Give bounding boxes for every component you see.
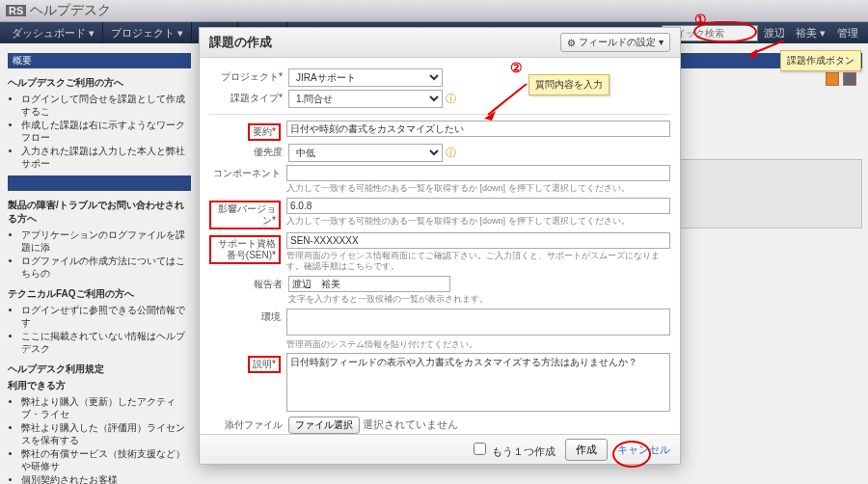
label-summary: 要約 xyxy=(253,126,272,137)
cancel-link[interactable]: キャンセル xyxy=(617,443,670,457)
label-component: コンポーネント xyxy=(213,168,281,178)
gear-icon: ⚙ xyxy=(567,38,576,48)
label-desc: 説明 xyxy=(253,359,272,369)
label-env: 環境 xyxy=(261,311,281,322)
label-type: 課題タイプ xyxy=(231,93,279,103)
label-sen: サポート資格番号(SEN) xyxy=(218,238,276,260)
hint: 管理画面のシステム情報を貼り付けてください。 xyxy=(286,339,670,351)
callout-2: ② xyxy=(510,60,523,75)
hint: 管理画面のライセンス情報画面にてご確認下さい。ご入力頂くと、サポートがスムーズに… xyxy=(286,251,670,273)
hint: 入力して一致する可能性のある一覧を取得するか [down] を押下して選択してく… xyxy=(286,216,670,228)
component-input[interactable] xyxy=(286,165,670,181)
summary-input[interactable] xyxy=(286,121,670,137)
submit-button[interactable]: 作成 xyxy=(565,439,608,461)
environment-textarea[interactable] xyxy=(286,309,670,336)
file-state: 選択されていません xyxy=(363,418,458,430)
description-textarea[interactable] xyxy=(286,353,670,412)
project-select[interactable]: JIRAサポート xyxy=(288,68,443,87)
file-select-button[interactable]: ファイル選択 xyxy=(288,417,360,434)
hint: 文字を入力すると一致候補の一覧が表示されます。 xyxy=(288,294,670,306)
hint: 入力して一致する可能性のある一覧を取得するか [down] を押下して選択してく… xyxy=(286,183,670,195)
dialog-footer: もう１つ作成 作成 キャンセル xyxy=(200,434,680,464)
dialog-header: 課題の作成 ⚙ フィールドの設定 ▾ xyxy=(200,28,680,58)
label-priority: 優先度 xyxy=(254,147,283,157)
callout-note: 課題作成ボタン xyxy=(780,50,861,71)
issuetype-select[interactable]: 1.問合せ xyxy=(288,90,443,108)
label-project: プロジェクト xyxy=(221,71,279,82)
affects-version-input[interactable] xyxy=(286,198,670,214)
help-icon[interactable]: ⓘ xyxy=(446,93,456,104)
callout-1: ① xyxy=(694,12,707,27)
label-reporter: 報告者 xyxy=(254,279,283,289)
priority-select[interactable]: 中低 xyxy=(288,144,443,162)
callout-tip: 質問内容を入力 xyxy=(529,74,610,95)
dialog-title: 課題の作成 xyxy=(209,34,272,51)
configure-fields-button[interactable]: ⚙ フィールドの設定 ▾ xyxy=(560,33,670,52)
sen-input[interactable] xyxy=(286,232,670,249)
label-attach: 添付ファイル xyxy=(225,419,283,430)
dialog-body: プロジェクト* JIRAサポート 課題タイプ* 1.問合せ ⓘ 要約* 優先度 … xyxy=(200,58,680,434)
label-affect: 影響バージョン xyxy=(218,203,276,226)
reporter-input[interactable] xyxy=(288,276,450,292)
help-icon[interactable]: ⓘ xyxy=(446,147,456,158)
create-another-checkbox[interactable]: もう１つ作成 xyxy=(470,440,556,459)
configure-fields-label: フィールドの設定 ▾ xyxy=(579,36,664,49)
